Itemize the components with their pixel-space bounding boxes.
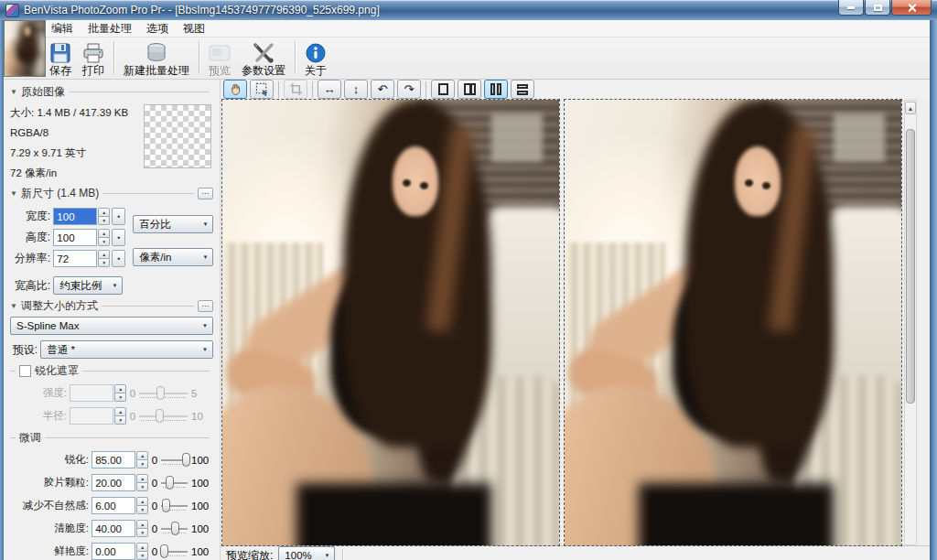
crispness-input[interactable] [92,520,135,537]
spin-up-icon: ▲ [114,384,126,393]
spin-up-icon[interactable]: ▲ [136,543,148,552]
film-grain-spinner[interactable]: ▲▼ [136,474,148,491]
width-input[interactable] [53,208,97,225]
height-input[interactable] [53,229,97,246]
aspect-ratio-dropdown[interactable]: 约束比例 ▼ [53,276,123,295]
titlebar[interactable]: BenVista PhotoZoom Pro Pr- - [BbsImg1453… [0,0,937,20]
save-button[interactable]: 保存 [44,38,77,77]
rotate-left-button[interactable]: ↶ [371,80,394,99]
spin-up-icon[interactable]: ▲ [98,250,110,259]
print-button[interactable]: 打印 [77,38,110,77]
resolution-lock-button[interactable]: ▪ [112,250,125,267]
minimize-button[interactable] [838,0,864,16]
collapse-arrow-icon: ▼ [10,189,17,198]
view-split-button[interactable] [458,80,481,99]
view-single-button[interactable] [431,80,455,99]
spin-down-icon[interactable]: ▼ [136,460,148,468]
preset-dropdown[interactable]: 普通 * ▼ [40,340,213,359]
slider-thumb[interactable] [162,499,170,512]
spin-down-icon[interactable]: ▼ [136,483,148,491]
spin-up-icon[interactable]: ▲ [98,229,110,238]
spin-up-icon[interactable]: ▲ [136,497,148,506]
rotate-right-button[interactable]: ↷ [397,80,421,99]
close-button[interactable] [891,0,932,16]
new-size-section-header[interactable]: ▼ 新尺寸 (1.4 MB) … [10,186,213,201]
slider-thumb[interactable] [160,544,168,558]
spin-down-icon: ▼ [114,416,126,425]
slider-thumb[interactable] [171,522,179,535]
resolution-unit-dropdown[interactable]: 像素/in ▼ [133,248,213,266]
original-preview-image[interactable] [222,100,559,545]
vividness-input[interactable] [92,543,135,560]
new-batch-button[interactable]: 新建批量处理 [118,38,195,77]
width-lock-button[interactable]: ▪ [112,208,125,225]
flip-horizontal-button[interactable]: ↔ [318,80,341,99]
vertical-scrollbar[interactable]: ▲ [904,100,917,545]
resize-method-section-header[interactable]: ▼ 调整大小的方式 … [10,298,213,314]
hand-tool-button[interactable] [223,80,247,99]
spin-down-icon[interactable]: ▼ [98,259,110,267]
original-image-section-header[interactable]: ▼ 原始图像 [10,84,213,100]
unsharp-mask-checkbox[interactable] [19,365,31,377]
about-button[interactable]: 关于 [299,38,332,77]
marquee-tool-button[interactable] [250,80,274,99]
resolution-spinner[interactable]: ▲▼ [98,250,110,267]
sharpen-slider[interactable] [160,452,188,468]
divider [102,306,194,307]
flip-vertical-button[interactable]: ↕ [344,80,368,99]
reduce-artifacts-row: 减少不自然感: ▲▼ 0 100 [10,497,213,514]
view-top-bottom-button[interactable] [511,80,534,99]
resize-method-dropdown[interactable]: S-Spline Max ▼ [10,317,213,335]
spin-down-icon[interactable]: ▼ [136,506,148,514]
view-side-by-side-button[interactable] [484,80,508,99]
spin-up-icon[interactable]: ▲ [136,474,148,483]
menu-view[interactable]: 视图 [176,19,212,38]
aspect-ratio-label: 宽高比: [10,278,50,294]
size-unit-dropdown[interactable]: 百分比 ▼ [133,215,213,233]
film-grain-slider[interactable] [160,475,188,491]
menu-edit[interactable]: 编辑 [44,19,81,38]
crispness-slider[interactable] [160,521,188,537]
spin-down-icon[interactable]: ▼ [98,217,110,225]
spin-up-icon[interactable]: ▲ [136,451,148,460]
vividness-slider[interactable] [160,544,188,560]
maximize-button[interactable] [865,0,890,16]
method-options-button[interactable]: … [198,300,213,312]
spin-up-icon[interactable]: ▲ [136,520,148,529]
resolution-input[interactable] [53,250,97,267]
height-spinner[interactable]: ▲▼ [98,229,110,246]
scroll-up-button[interactable]: ▲ [905,102,916,114]
settings-button[interactable]: 参数设置 [236,38,291,77]
settings-sidebar: ▼ 原始图像 大小: 1.4 MB / 417.39 KB RGBA/8 7.2… [4,80,221,560]
film-grain-input[interactable] [92,474,135,491]
strength-label: 强度: [10,386,67,400]
reduce-artifacts-slider[interactable] [160,498,188,514]
reduce-artifacts-input[interactable] [92,497,135,514]
radius-spinner: ▲▼ [114,407,126,425]
sharpen-input[interactable] [92,451,135,468]
width-spinner[interactable]: ▲▼ [98,208,110,225]
resized-preview-image[interactable] [565,100,901,545]
resized-preview-panel[interactable] [565,100,901,545]
single-view-icon [438,83,448,95]
photo-region [481,207,559,403]
new-size-options-button[interactable]: … [198,188,213,199]
preview-zoom-dropdown[interactable]: 100% ▼ [278,546,335,560]
sharpen-spinner[interactable]: ▲▼ [136,451,148,468]
spin-up-icon[interactable]: ▲ [98,208,110,217]
slider-thumb[interactable] [182,453,190,467]
divider [10,371,16,372]
height-lock-button[interactable]: ▪ [112,229,125,246]
spin-down-icon[interactable]: ▼ [136,529,148,537]
menu-options[interactable]: 选项 [139,19,176,38]
original-preview-panel[interactable] [222,100,559,545]
spin-down-icon[interactable]: ▼ [98,238,110,246]
reduce-artifacts-spinner[interactable]: ▲▼ [136,497,148,514]
spin-down-icon[interactable]: ▼ [136,552,148,560]
vividness-spinner[interactable]: ▲▼ [136,543,148,560]
scrollbar-thumb[interactable] [906,129,915,404]
slider-thumb[interactable] [166,476,174,490]
toolstrip-separator [425,81,426,98]
crispness-spinner[interactable]: ▲▼ [136,520,148,537]
menu-batch[interactable]: 批量处理 [81,19,139,38]
